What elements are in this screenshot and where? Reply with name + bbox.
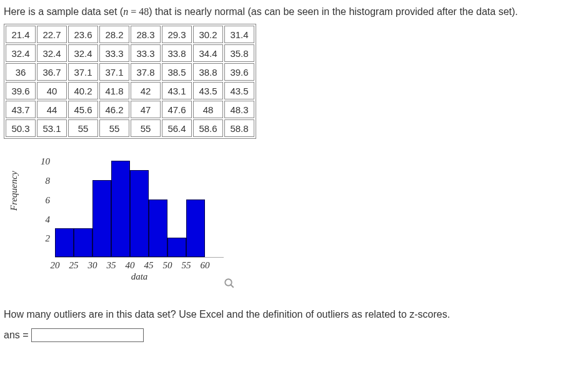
- table-cell: 43.5: [224, 82, 254, 99]
- table-cell: 28.2: [99, 26, 129, 43]
- table-row: 3636.737.137.137.838.538.839.6: [6, 63, 254, 81]
- table-cell: 38.5: [162, 63, 192, 81]
- x-tick: 40: [126, 260, 135, 271]
- table-cell: 36: [6, 63, 36, 81]
- table-cell: 43.1: [162, 82, 192, 99]
- table-cell: 53.1: [37, 119, 67, 137]
- table-cell: 32.4: [37, 44, 67, 62]
- n-value: 48: [139, 6, 149, 17]
- table-cell: 43.5: [193, 82, 223, 99]
- table-cell: 48: [193, 101, 223, 118]
- table-cell: 33.8: [162, 44, 192, 62]
- x-axis-label: data: [55, 271, 224, 282]
- answer-row: ans =: [4, 328, 584, 342]
- table-cell: 58.8: [224, 119, 254, 137]
- answer-label: ans =: [4, 330, 29, 341]
- table-cell: 47: [131, 101, 161, 118]
- y-tick: 4: [46, 214, 51, 225]
- x-tick: 20: [51, 260, 60, 271]
- x-tick: 50: [163, 260, 172, 271]
- y-axis-label: Frequency: [9, 171, 19, 211]
- table-cell: 37.1: [99, 63, 129, 81]
- histogram-bar: [92, 180, 111, 258]
- table-cell: 41.8: [99, 82, 129, 99]
- table-cell: 42: [131, 82, 161, 99]
- histogram-bar: [111, 161, 130, 258]
- histogram-bar: [167, 238, 186, 257]
- table-row: 43.74445.646.24747.64848.3: [6, 101, 254, 118]
- y-tick: 6: [46, 194, 51, 205]
- table-cell: 35.8: [224, 44, 254, 62]
- n-variable: n: [123, 6, 128, 17]
- table-cell: 48.3: [224, 101, 254, 118]
- table-row: 50.353.155555556.458.658.8: [6, 119, 254, 137]
- y-tick: 10: [41, 156, 50, 166]
- table-row: 21.422.723.628.228.329.330.231.4: [6, 26, 254, 43]
- table-cell: 39.6: [6, 82, 36, 99]
- intro-text-1: Here is a sample data set (: [4, 6, 123, 17]
- table-cell: 33.3: [131, 44, 161, 62]
- x-tick: 45: [144, 260, 154, 271]
- plot-area: [55, 151, 224, 258]
- table-cell: 37.1: [68, 63, 98, 81]
- table-cell: 55: [68, 119, 98, 137]
- table-cell: 40.2: [68, 82, 98, 99]
- table-cell: 22.7: [37, 26, 67, 43]
- intro-text-2: ) that is nearly normal (as can be seen …: [149, 6, 518, 17]
- histogram-bar: [55, 228, 74, 257]
- histogram-bar: [130, 170, 149, 257]
- table-cell: 31.4: [224, 26, 254, 43]
- table-cell: 21.4: [6, 26, 36, 43]
- histogram-chart: Frequency 246810 202530354045505560 data: [22, 151, 235, 295]
- magnify-icon[interactable]: [224, 278, 235, 289]
- equals: =: [128, 6, 139, 17]
- table-cell: 38.8: [193, 63, 223, 81]
- table-cell: 39.6: [224, 63, 254, 81]
- table-cell: 44: [37, 101, 67, 118]
- x-tick: 35: [107, 260, 116, 271]
- problem-intro: Here is a sample data set (n = 48) that …: [4, 5, 584, 19]
- histogram-bar: [186, 200, 205, 258]
- table-cell: 40: [37, 82, 67, 99]
- table-cell: 37.8: [131, 63, 161, 81]
- table-cell: 28.3: [131, 26, 161, 43]
- histogram-bar: [149, 200, 167, 258]
- table-cell: 55: [131, 119, 161, 137]
- table-cell: 30.2: [193, 26, 223, 43]
- table-cell: 58.6: [193, 119, 223, 137]
- table-cell: 45.6: [68, 101, 98, 118]
- y-axis-ticks: 246810: [35, 151, 52, 258]
- table-cell: 46.2: [99, 101, 129, 118]
- table-cell: 32.4: [68, 44, 98, 62]
- table-row: 32.432.432.433.333.333.834.435.8: [6, 44, 254, 62]
- svg-point-0: [225, 280, 232, 286]
- table-cell: 56.4: [162, 119, 192, 137]
- x-tick: 55: [182, 260, 191, 271]
- table-row: 39.64040.241.84243.143.543.5: [6, 82, 254, 99]
- table-cell: 23.6: [68, 26, 98, 43]
- table-cell: 33.3: [99, 44, 129, 62]
- question-text: How many outliers are in this data set? …: [4, 308, 584, 321]
- x-tick: 25: [69, 260, 79, 271]
- table-cell: 36.7: [37, 63, 67, 81]
- x-tick: 30: [88, 260, 97, 271]
- histogram-bar: [74, 228, 92, 257]
- table-cell: 34.4: [193, 44, 223, 62]
- table-cell: 55: [99, 119, 129, 137]
- x-axis-ticks: 202530354045505560: [55, 260, 236, 273]
- table-cell: 29.3: [162, 26, 192, 43]
- answer-input[interactable]: [31, 328, 144, 342]
- table-cell: 43.7: [6, 101, 36, 118]
- svg-line-1: [231, 285, 234, 288]
- table-cell: 50.3: [6, 119, 36, 137]
- table-cell: 32.4: [6, 44, 36, 62]
- table-cell: 47.6: [162, 101, 192, 118]
- y-tick: 8: [46, 175, 51, 186]
- y-tick: 2: [46, 233, 51, 244]
- data-table: 21.422.723.628.228.329.330.231.432.432.4…: [4, 24, 256, 139]
- x-tick: 60: [201, 260, 210, 271]
